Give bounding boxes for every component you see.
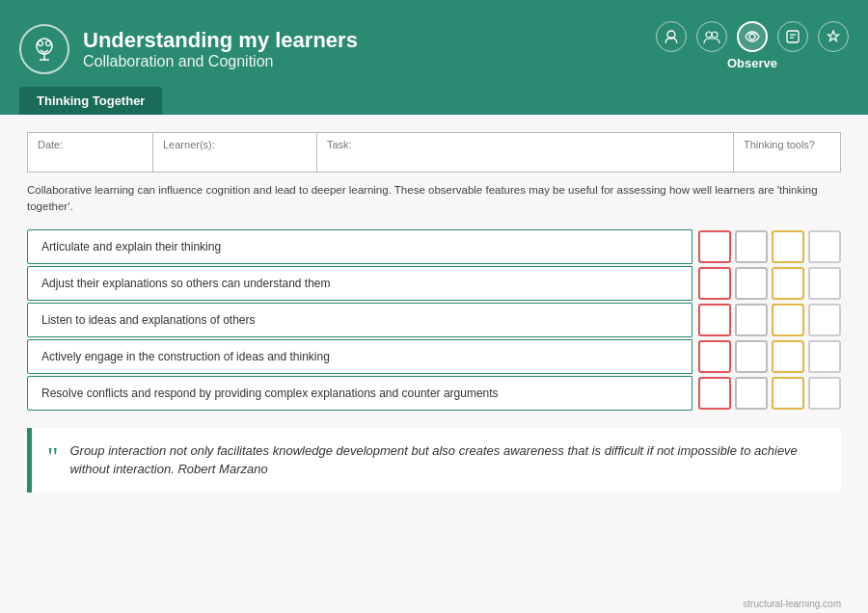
checkbox-2-yellow[interactable] bbox=[772, 267, 804, 300]
checklist-boxes-1 bbox=[698, 229, 841, 264]
svg-point-1 bbox=[39, 41, 43, 46]
svg-point-2 bbox=[46, 41, 51, 46]
checklist-row-1: Articulate and explain their thinking bbox=[27, 229, 841, 264]
header-title-main: Understanding my learners bbox=[83, 28, 358, 53]
quote-mark-icon: " bbox=[47, 443, 58, 470]
header: Understanding my learners Collaboration … bbox=[0, 0, 868, 87]
description-text: Collaborative learning can influence cog… bbox=[27, 182, 841, 216]
checkbox-5-light[interactable] bbox=[808, 377, 841, 410]
header-icon-1[interactable] bbox=[656, 21, 687, 52]
svg-rect-9 bbox=[787, 31, 799, 42]
checkbox-2-gray[interactable] bbox=[735, 267, 768, 300]
checkbox-4-gray[interactable] bbox=[735, 340, 768, 373]
checkbox-3-yellow[interactable] bbox=[772, 304, 804, 336]
checkbox-1-yellow[interactable] bbox=[772, 230, 804, 263]
learners-value bbox=[163, 152, 307, 166]
header-left: Understanding my learners Collaboration … bbox=[19, 24, 358, 74]
checklist-boxes-4 bbox=[698, 339, 841, 374]
header-icon-5[interactable] bbox=[818, 21, 849, 52]
checkbox-2-red[interactable] bbox=[698, 267, 731, 300]
checklist-boxes-5 bbox=[698, 376, 841, 411]
checkbox-2-light[interactable] bbox=[808, 267, 841, 300]
quote-text: Group interaction not only facilitates k… bbox=[69, 441, 826, 479]
svg-point-8 bbox=[749, 34, 755, 40]
content-area: Date: Learner(s): Task: Thinking tools? … bbox=[0, 115, 868, 595]
checklist-item-2: Adjust their explanations so others can … bbox=[27, 266, 692, 301]
checkbox-1-red[interactable] bbox=[698, 230, 731, 263]
footer-url: structural-learning.com bbox=[743, 599, 841, 609]
task-value bbox=[327, 152, 723, 166]
header-icons-row bbox=[656, 21, 849, 52]
page: Understanding my learners Collaboration … bbox=[0, 0, 868, 613]
checkbox-1-light[interactable] bbox=[808, 230, 841, 263]
task-label: Task: bbox=[327, 139, 723, 150]
date-label: Date: bbox=[38, 139, 143, 150]
checklist-row-2: Adjust their explanations so others can … bbox=[27, 266, 841, 301]
checklist-item-5: Resolve conflicts and respond by providi… bbox=[27, 376, 692, 411]
footer: structural-learning.com bbox=[0, 595, 868, 613]
checklist-item-3: Listen to ideas and explanations of othe… bbox=[27, 303, 692, 337]
checkbox-1-gray[interactable] bbox=[735, 230, 768, 263]
checklist-item-1: Articulate and explain their thinking bbox=[27, 229, 692, 264]
header-icon-4[interactable] bbox=[777, 21, 808, 52]
date-value bbox=[38, 152, 143, 166]
observe-label: Observe bbox=[727, 56, 777, 70]
checklist-row-5: Resolve conflicts and respond by providi… bbox=[27, 376, 841, 411]
thinking-label: Thinking tools? bbox=[744, 139, 830, 150]
checkbox-5-gray[interactable] bbox=[735, 377, 768, 410]
checklist-row-4: Actively engage in the construction of i… bbox=[27, 339, 841, 374]
checkbox-5-yellow[interactable] bbox=[772, 377, 804, 410]
task-field[interactable]: Task: bbox=[317, 133, 734, 172]
checklist-boxes-3 bbox=[698, 303, 841, 337]
checkbox-3-red[interactable] bbox=[698, 304, 731, 336]
checkbox-4-yellow[interactable] bbox=[772, 340, 804, 373]
learners-field[interactable]: Learner(s): bbox=[153, 133, 317, 172]
checkbox-3-gray[interactable] bbox=[735, 304, 768, 336]
svg-point-6 bbox=[706, 32, 712, 38]
tab-bar: Thinking Together bbox=[0, 87, 868, 115]
header-icon-observe[interactable] bbox=[737, 21, 768, 52]
brain-icon bbox=[19, 24, 69, 74]
svg-point-7 bbox=[712, 32, 718, 38]
header-icon-2[interactable] bbox=[696, 21, 727, 52]
header-title-sub: Collaboration and Cognition bbox=[83, 53, 358, 70]
thinking-field[interactable]: Thinking tools? bbox=[734, 133, 840, 172]
header-title: Understanding my learners Collaboration … bbox=[83, 28, 358, 70]
checklist: Articulate and explain their thinking Ad… bbox=[27, 229, 841, 413]
checklist-boxes-2 bbox=[698, 266, 841, 301]
checklist-row-3: Listen to ideas and explanations of othe… bbox=[27, 303, 841, 337]
header-right: Observe bbox=[656, 21, 849, 78]
checkbox-4-light[interactable] bbox=[808, 340, 841, 373]
form-row: Date: Learner(s): Task: Thinking tools? bbox=[27, 132, 841, 173]
checkbox-3-light[interactable] bbox=[808, 304, 841, 336]
checkbox-5-red[interactable] bbox=[698, 377, 731, 410]
thinking-value bbox=[744, 152, 830, 166]
quote-section: " Group interaction not only facilitates… bbox=[27, 428, 841, 493]
learners-label: Learner(s): bbox=[163, 139, 307, 150]
checkbox-4-red[interactable] bbox=[698, 340, 731, 373]
checklist-item-4: Actively engage in the construction of i… bbox=[27, 339, 692, 374]
date-field[interactable]: Date: bbox=[28, 133, 153, 172]
tab-thinking-together[interactable]: Thinking Together bbox=[19, 87, 162, 115]
